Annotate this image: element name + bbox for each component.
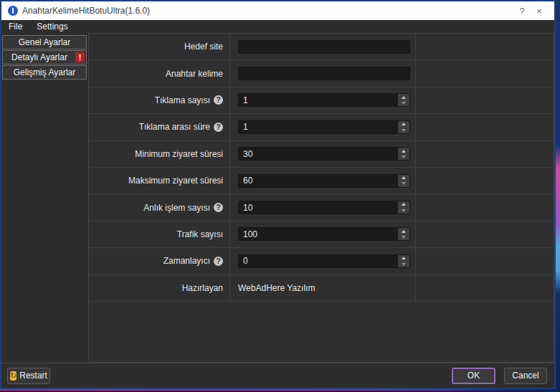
app-icon — [8, 6, 18, 16]
cancel-button[interactable]: Cancel — [504, 368, 547, 384]
down-arrow-icon — [402, 129, 406, 132]
spin-down-button[interactable] — [398, 208, 409, 214]
restart-button-label: Restart — [19, 371, 47, 381]
form-rows: Hedef siteAnahtar kelimeTıklama sayısı?T… — [89, 34, 554, 302]
help-icon[interactable]: ? — [214, 123, 223, 132]
form-row-tiklama-sayisi: Tıklama sayısı? — [89, 87, 554, 114]
spin-down-button[interactable] — [398, 127, 409, 133]
spin-up-button[interactable] — [398, 94, 409, 100]
desktop-wallpaper-right — [555, 0, 560, 392]
spin-down-button[interactable] — [398, 261, 409, 267]
tiklama-sayisi-spinner — [238, 93, 410, 107]
spin-up-button[interactable] — [398, 255, 409, 262]
hedef-site-label: Hedef site — [184, 42, 223, 52]
down-arrow-icon — [402, 236, 406, 239]
spinner-buttons — [398, 148, 409, 160]
sidebar: Genel Ayarlar Detaylı Ayarlar ! Gelişmiş… — [1, 33, 88, 363]
up-arrow-icon — [402, 123, 406, 125]
end-cell — [416, 221, 554, 247]
bottom-bar: ↻ Restart OK Cancel — [1, 363, 554, 388]
anahtar-kelime-input[interactable] — [238, 67, 410, 80]
spin-up-button[interactable] — [398, 148, 409, 154]
title-bar[interactable]: AnahtarKelimeHitBotuUltra(1.6.0) ? × — [1, 1, 554, 20]
value-cell — [230, 248, 416, 274]
menu-settings[interactable]: Settings — [29, 21, 75, 32]
anahtar-kelime-label: Anahtar kelime — [166, 69, 223, 79]
content-filler — [89, 302, 554, 362]
spin-up-button[interactable] — [398, 175, 409, 181]
restart-button[interactable]: ↻ Restart — [7, 368, 50, 384]
maksimum-ziyaret-suresi-spinner — [238, 174, 410, 188]
spin-up-button[interactable] — [398, 228, 409, 234]
end-cell — [416, 34, 554, 59]
spinner-buttons — [398, 201, 409, 214]
trafik-sayisi-spinner — [238, 227, 410, 241]
tiklama-sayisi-input[interactable] — [239, 94, 398, 106]
end-cell — [416, 168, 554, 193]
down-arrow-icon — [402, 209, 406, 212]
end-cell — [416, 60, 554, 86]
value-cell — [230, 141, 416, 167]
hazirlayan-value: WebAdHere Yazılım — [238, 283, 315, 293]
form-row-hazirlayan: HazırlayanWebAdHere Yazılım — [89, 275, 554, 302]
value-cell — [230, 194, 416, 220]
minimum-ziyaret-suresi-label: Minimum ziyaret süresi — [135, 149, 223, 159]
tab-content-panel: Hedef siteAnahtar kelimeTıklama sayısı?T… — [88, 33, 554, 363]
up-arrow-icon — [402, 203, 406, 206]
anlik-islem-sayisi-label: Anlık işlem sayısı — [143, 203, 210, 213]
trafik-sayisi-input[interactable] — [239, 228, 398, 240]
hedef-site-input[interactable] — [238, 40, 410, 54]
minimum-ziyaret-suresi-input[interactable] — [239, 148, 398, 160]
end-cell — [416, 87, 554, 113]
tiklama-arasi-sure-label: Tıklama arası süre — [139, 122, 210, 132]
down-arrow-icon — [402, 102, 406, 105]
form-row-anlik-islem-sayisi: Anlık işlem sayısı? — [89, 194, 554, 221]
window-body: Genel Ayarlar Detaylı Ayarlar ! Gelişmiş… — [1, 33, 554, 363]
close-button[interactable]: × — [531, 6, 548, 16]
value-cell: WebAdHere Yazılım — [230, 275, 416, 301]
sidebar-item-label: Detaylı Ayarlar — [11, 52, 67, 62]
form-row-anahtar-kelime: Anahtar kelime — [89, 60, 554, 87]
help-icon[interactable]: ? — [214, 203, 223, 212]
label-cell: Minimum ziyaret süresi — [89, 141, 230, 167]
sidebar-item-label: Genel Ayarlar — [19, 37, 71, 47]
restart-icon: ↻ — [10, 371, 16, 381]
spin-up-button[interactable] — [398, 121, 409, 128]
value-cell — [230, 60, 416, 86]
label-cell: Anahtar kelime — [89, 60, 230, 86]
spin-down-button[interactable] — [398, 234, 409, 241]
value-cell — [230, 87, 416, 113]
spin-down-button[interactable] — [398, 154, 409, 161]
tiklama-arasi-sure-input[interactable] — [239, 121, 398, 133]
up-arrow-icon — [402, 257, 406, 259]
sidebar-item-detayli-ayarlar[interactable]: Detaylı Ayarlar ! — [2, 50, 87, 64]
form-row-trafik-sayisi: Trafik sayısı — [89, 221, 554, 248]
up-arrow-icon — [402, 96, 406, 99]
tiklama-arasi-sure-spinner — [238, 120, 410, 134]
menu-file[interactable]: File — [1, 21, 29, 32]
anlik-islem-sayisi-input[interactable] — [239, 201, 398, 214]
zamanlayici-input[interactable] — [239, 255, 398, 267]
help-icon[interactable]: ? — [214, 257, 223, 266]
spinner-buttons — [398, 228, 409, 240]
desktop: AnahtarKelimeHitBotuUltra(1.6.0) ? × Fil… — [0, 0, 560, 392]
spin-up-button[interactable] — [398, 201, 409, 208]
alert-badge: ! — [75, 52, 85, 62]
up-arrow-icon — [402, 230, 406, 233]
help-icon[interactable]: ? — [214, 95, 223, 105]
end-cell — [416, 141, 554, 167]
spin-down-button[interactable] — [398, 100, 409, 107]
form-row-maksimum-ziyaret-suresi: Maksimum ziyaret süresi — [89, 168, 554, 194]
sidebar-item-gelismis-ayarlar[interactable]: Gelişmiş Ayarlar — [2, 65, 87, 80]
window-title: AnahtarKelimeHitBotuUltra(1.6.0) — [22, 6, 513, 16]
menu-bar: File Settings — [1, 20, 554, 33]
anlik-islem-sayisi-spinner — [238, 201, 410, 214]
label-cell: Hedef site — [89, 34, 230, 59]
ok-button[interactable]: OK — [452, 368, 495, 384]
sidebar-item-genel-ayarlar[interactable]: Genel Ayarlar — [2, 35, 87, 49]
maksimum-ziyaret-suresi-input[interactable] — [239, 175, 398, 187]
app-window: AnahtarKelimeHitBotuUltra(1.6.0) ? × Fil… — [0, 0, 556, 389]
help-titlebar-button[interactable]: ? — [513, 6, 531, 16]
spin-down-button[interactable] — [398, 181, 409, 187]
label-cell: Tıklama arası süre? — [89, 114, 230, 140]
